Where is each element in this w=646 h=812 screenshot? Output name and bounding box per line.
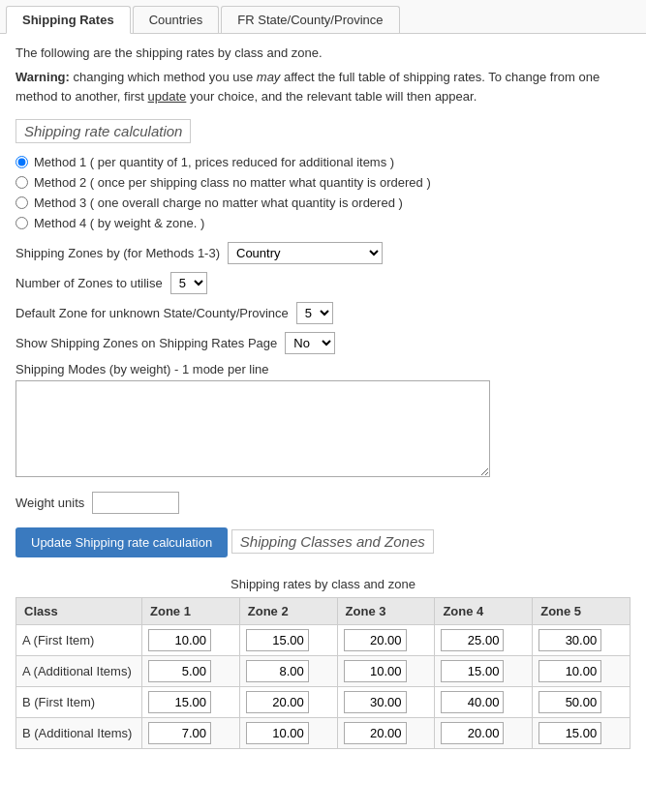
col-class: Class <box>16 598 142 625</box>
method4-option: Method 4 ( by weight & zone. ) <box>15 216 631 230</box>
table-subtitle: Shipping rates by class and zone <box>15 577 631 591</box>
cell-zone2-0 <box>239 625 337 656</box>
method4-label: Method 4 ( by weight & zone. ) <box>34 216 204 230</box>
warning-text: Warning: changing which method you use m… <box>15 68 631 105</box>
col-zone5: Zone 5 <box>533 598 631 625</box>
input-zone4-1[interactable] <box>441 660 504 682</box>
input-zone3-2[interactable] <box>344 691 407 713</box>
input-zone4-2[interactable] <box>441 691 504 713</box>
table-row: B (First Item) <box>16 687 631 718</box>
shipping-modes-textarea[interactable] <box>15 380 490 477</box>
col-zone1: Zone 1 <box>142 598 240 625</box>
input-zone5-2[interactable] <box>538 691 601 713</box>
input-zone1-1[interactable] <box>148 660 211 682</box>
table-row: B (Additional Items) <box>16 718 631 749</box>
shipping-modes-row: Shipping Modes (by weight) - 1 mode per … <box>15 362 631 480</box>
default-zone-label: Default Zone for unknown State/County/Pr… <box>15 306 289 320</box>
num-zones-row: Number of Zones to utilise 1 2 3 4 5 <box>15 272 631 294</box>
input-zone4-3[interactable] <box>441 722 504 744</box>
cell-class-1: A (Additional Items) <box>16 656 142 687</box>
cell-zone5-2 <box>533 687 631 718</box>
zones-by-select[interactable]: Country State/County/Province <box>228 242 383 264</box>
input-zone3-3[interactable] <box>344 722 407 744</box>
cell-zone3-0 <box>337 625 435 656</box>
show-zones-label: Show Shipping Zones on Shipping Rates Pa… <box>15 336 277 350</box>
default-zone-select[interactable]: 1 2 3 4 5 <box>296 302 333 324</box>
warning-text1: changing which method you use <box>70 70 257 84</box>
shipping-rate-calc-header: Shipping rate calculation <box>15 119 191 143</box>
table-row: A (First Item) <box>16 625 631 656</box>
zones-by-label: Shipping Zones by (for Methods 1-3) <box>15 246 220 260</box>
tabs-bar: Shipping Rates Countries FR State/County… <box>0 0 646 34</box>
cell-zone1-0 <box>142 625 240 656</box>
update-button[interactable]: Update Shipping rate calculation <box>15 527 228 557</box>
warning-bold: Warning: <box>15 70 70 84</box>
weight-units-label: Weight units <box>15 496 84 510</box>
method1-option: Method 1 ( per quantity of 1, prices red… <box>15 155 631 169</box>
method3-option: Method 3 ( one overall charge no matter … <box>15 195 631 210</box>
cell-class-2: B (First Item) <box>16 687 142 718</box>
shipping-classes-zones-header: Shipping Classes and Zones <box>231 529 434 554</box>
cell-zone3-1 <box>337 656 435 687</box>
warning-italic: may <box>257 70 281 84</box>
input-zone1-3[interactable] <box>148 722 211 744</box>
tab-countries[interactable]: Countries <box>133 6 220 33</box>
weight-units-input[interactable] <box>92 492 179 514</box>
weight-units-row: Weight units <box>15 492 631 514</box>
warning-underline: update <box>148 89 187 104</box>
intro-text: The following are the shipping rates by … <box>15 45 631 60</box>
input-zone5-0[interactable] <box>538 629 601 651</box>
input-zone4-0[interactable] <box>441 629 504 651</box>
cell-class-3: B (Additional Items) <box>16 718 142 749</box>
table-header-row: Class Zone 1 Zone 2 Zone 3 Zone 4 Zone 5 <box>16 598 631 625</box>
input-zone3-1[interactable] <box>344 660 407 682</box>
input-zone5-3[interactable] <box>538 722 601 744</box>
cell-zone4-0 <box>435 625 533 656</box>
col-zone4: Zone 4 <box>435 598 533 625</box>
col-zone3: Zone 3 <box>337 598 435 625</box>
cell-zone4-2 <box>435 687 533 718</box>
cell-zone5-3 <box>533 718 631 749</box>
cell-zone2-3 <box>239 718 337 749</box>
input-zone2-0[interactable] <box>246 629 309 651</box>
num-zones-select[interactable]: 1 2 3 4 5 <box>170 272 207 294</box>
cell-zone2-1 <box>239 656 337 687</box>
input-zone5-1[interactable] <box>538 660 601 682</box>
cell-zone1-2 <box>142 687 240 718</box>
cell-zone3-3 <box>337 718 435 749</box>
method1-radio[interactable] <box>15 156 28 168</box>
method4-radio[interactable] <box>15 217 28 229</box>
show-zones-row: Show Shipping Zones on Shipping Rates Pa… <box>15 332 631 354</box>
method2-label: Method 2 ( once per shipping class no ma… <box>34 175 431 190</box>
num-zones-label: Number of Zones to utilise <box>15 276 163 290</box>
cell-class-0: A (First Item) <box>16 625 142 656</box>
tab-fr-state[interactable]: FR State/County/Province <box>221 6 399 33</box>
default-zone-row: Default Zone for unknown State/County/Pr… <box>15 302 631 324</box>
warning-text3: your choice, and the relevant table will… <box>186 89 477 104</box>
method2-radio[interactable] <box>15 176 28 189</box>
cell-zone5-0 <box>533 625 631 656</box>
cell-zone1-3 <box>142 718 240 749</box>
cell-zone4-3 <box>435 718 533 749</box>
show-zones-select[interactable]: No Yes <box>285 332 335 354</box>
method-radio-group: Method 1 ( per quantity of 1, prices red… <box>15 155 631 230</box>
input-zone1-0[interactable] <box>148 629 211 651</box>
cell-zone1-1 <box>142 656 240 687</box>
input-zone2-1[interactable] <box>246 660 309 682</box>
input-zone2-3[interactable] <box>246 722 309 744</box>
col-zone2: Zone 2 <box>239 598 337 625</box>
input-zone2-2[interactable] <box>246 691 309 713</box>
cell-zone3-2 <box>337 687 435 718</box>
input-zone1-2[interactable] <box>148 691 211 713</box>
tab-shipping-rates[interactable]: Shipping Rates <box>6 6 131 34</box>
cell-zone4-1 <box>435 656 533 687</box>
page-wrapper: Shipping Rates Countries FR State/County… <box>0 0 646 812</box>
method3-radio[interactable] <box>15 196 28 209</box>
input-zone3-0[interactable] <box>344 629 407 651</box>
method2-option: Method 2 ( once per shipping class no ma… <box>15 175 631 190</box>
main-content: The following are the shipping rates by … <box>0 34 646 761</box>
shipping-modes-label: Shipping Modes (by weight) - 1 mode per … <box>15 362 631 376</box>
method3-label: Method 3 ( one overall charge no matter … <box>34 195 403 210</box>
cell-zone5-1 <box>533 656 631 687</box>
cell-zone2-2 <box>239 687 337 718</box>
